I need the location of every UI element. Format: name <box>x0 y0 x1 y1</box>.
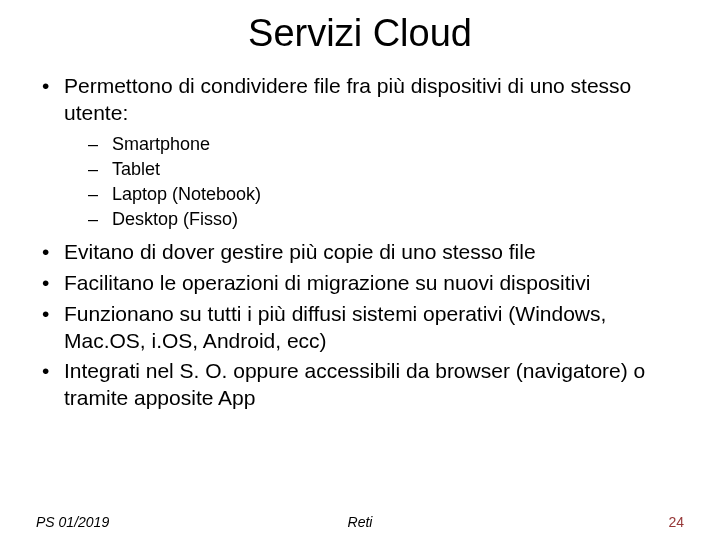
sub-item: Tablet <box>88 158 684 181</box>
bullet-list: Permettono di condividere file fra più d… <box>36 73 684 412</box>
sub-item: Desktop (Fisso) <box>88 208 684 231</box>
bullet-item: Funzionano su tutti i più diffusi sistem… <box>36 301 684 355</box>
sub-item: Smartphone <box>88 133 684 156</box>
footer-center: Reti <box>36 514 684 530</box>
bullet-text: Permettono di condividere file fra più d… <box>64 74 631 124</box>
footer: PS 01/2019 Reti 24 <box>36 514 684 530</box>
slide-title: Servizi Cloud <box>36 12 684 55</box>
bullet-item: Permettono di condividere file fra più d… <box>36 73 684 231</box>
bullet-item: Integrati nel S. O. oppure accessibili d… <box>36 358 684 412</box>
bullet-item: Evitano di dover gestire più copie di un… <box>36 239 684 266</box>
slide: Servizi Cloud Permettono di condividere … <box>0 0 720 540</box>
bullet-item: Facilitano le operazioni di migrazione s… <box>36 270 684 297</box>
sub-item: Laptop (Notebook) <box>88 183 684 206</box>
sub-list: Smartphone Tablet Laptop (Notebook) Desk… <box>88 133 684 231</box>
